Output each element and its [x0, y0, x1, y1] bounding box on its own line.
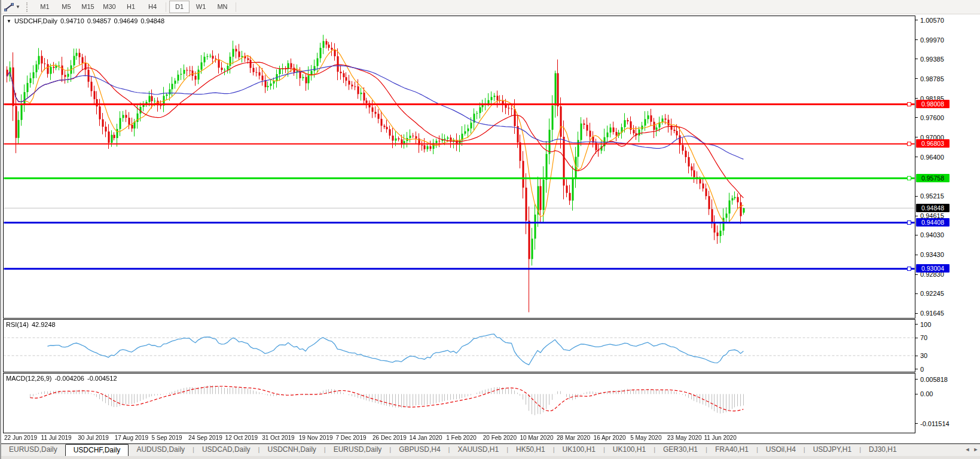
date-label: 19 Nov 2019 — [299, 434, 333, 441]
toolbar: ▼ M1M5M15M30H1H4D1W1MN — [1, 0, 980, 14]
date-label: 5 Sep 2019 — [151, 434, 182, 441]
timeframe-buttons: M1M5M15M30H1H4D1W1MN — [34, 1, 239, 13]
price-tick: 0.94030 — [915, 231, 944, 239]
timeframe-button-mn[interactable]: MN — [212, 1, 233, 13]
chart-tab-eurusd-daily[interactable]: EURUSD,Daily — [1, 444, 65, 455]
chart-tab-uk100-h1[interactable]: UK100,H1 — [605, 444, 654, 455]
chart-header: ▼ USDCHF,Daily 0.94710 0.94857 0.94649 0… — [7, 17, 164, 25]
rsi-tick: 100 — [915, 320, 931, 328]
date-label: 1 Feb 2020 — [446, 434, 477, 441]
date-label: 12 Oct 2019 — [225, 434, 258, 441]
drawing-tool-icon[interactable] — [2, 2, 16, 13]
chart-tab-audusd-daily[interactable]: AUDUSD,Daily — [129, 444, 193, 455]
rsi-label: RSI(14) 42.9248 — [6, 321, 56, 328]
date-label: 26 Dec 2019 — [373, 434, 407, 441]
date-label: 28 Mar 2020 — [557, 434, 590, 441]
tab-scroll-right-icon[interactable]: ► — [972, 444, 980, 455]
rsi-tick: 70 — [915, 334, 927, 342]
macd-main-value: -0.004206 — [54, 375, 84, 382]
date-label: 20 Feb 2020 — [483, 434, 517, 441]
price-tick: 0.93430 — [915, 251, 944, 259]
price-tick: 0.98785 — [915, 75, 944, 82]
chart-tab-usoil-h4[interactable]: USOil,H4 — [758, 444, 804, 455]
chart-tab-ger30-h1[interactable]: GER30,H1 — [655, 444, 706, 455]
price-tick: 0.95215 — [915, 192, 944, 200]
chart-symbol-label: USDCHF,Daily — [14, 17, 57, 25]
chart-tab-dj30-h1[interactable]: DJ30,H1 — [861, 444, 905, 455]
mt4-window: ▼ M1M5M15M30H1H4D1W1MN ▼ USDCHF,Daily 0.… — [0, 0, 980, 459]
price-badge: 0.94848 — [916, 204, 950, 212]
tab-scroll-left-icon[interactable]: ◄ — [963, 444, 972, 455]
date-label: 31 Oct 2019 — [262, 434, 294, 441]
macd-tick: 0.00 — [915, 390, 933, 398]
toolbar-grip — [26, 2, 29, 12]
date-label: 16 Apr 2020 — [594, 434, 626, 441]
timeframe-button-m30[interactable]: M30 — [99, 1, 120, 13]
price-tick: 0.92245 — [915, 290, 944, 298]
macd-label: MACD(12,26,9) -0.004206 -0.004512 — [6, 375, 117, 382]
date-label: 5 May 2020 — [630, 434, 661, 441]
chart-tab-fra40-h1[interactable]: FRA40,H1 — [707, 444, 756, 455]
price-tick: 0.99385 — [915, 55, 944, 63]
price-tick: 0.91645 — [915, 310, 944, 317]
chart-tab-usdjpy-h1[interactable]: USDJPY,H1 — [805, 444, 859, 455]
ohlc-high: 0.94857 — [87, 17, 111, 25]
macd-tick: -0.011514 — [915, 420, 950, 427]
time-axis[interactable]: 22 Jun 201911 Jul 201930 Jul 201917 Aug … — [3, 433, 915, 443]
date-label: 14 Jan 2020 — [410, 434, 442, 441]
toolbar-separator — [236, 2, 236, 12]
macd-signal-value: -0.004512 — [87, 375, 117, 382]
timeframe-button-d1[interactable]: D1 — [169, 1, 190, 13]
rsi-value: 42.9248 — [32, 321, 56, 328]
chart-tab-usdcad-daily[interactable]: USDCAD,Daily — [194, 444, 258, 455]
date-label: 30 Jul 2019 — [78, 434, 109, 441]
chart-tab-usdchf-daily[interactable]: USDCHF,Daily — [65, 444, 129, 457]
chart-tab-xauusd-h1[interactable]: XAUUSD,H1 — [450, 444, 506, 455]
price-badge: 0.95758 — [916, 174, 950, 182]
price-tick: 0.96400 — [915, 153, 944, 161]
toolbar-separator — [166, 2, 166, 12]
chart-collapse-caret-icon[interactable]: ▼ — [7, 19, 11, 24]
rsi-tick: 30 — [915, 352, 927, 360]
timeframe-button-h1[interactable]: H1 — [121, 1, 141, 13]
chart-tab-eurusd-daily[interactable]: EURUSD,Daily — [326, 444, 390, 455]
ohlc-close: 0.94848 — [141, 17, 164, 25]
price-badge: 0.98008 — [916, 100, 950, 108]
date-label: 11 Jun 2020 — [704, 434, 736, 441]
timeframe-button-w1[interactable]: W1 — [191, 1, 211, 13]
date-label: 24 Sep 2019 — [188, 434, 222, 441]
ohlc-open: 0.94710 — [60, 17, 84, 25]
chart-tab-uk100-h1[interactable]: UK100,H1 — [555, 444, 603, 455]
date-label: 7 Dec 2019 — [335, 434, 366, 441]
window-bottom-strip — [1, 456, 980, 459]
price-badge: 0.96803 — [916, 139, 950, 148]
chart-tab-usdcnh-daily[interactable]: USDCNH,Daily — [259, 444, 323, 455]
rsi-name: RSI(14) — [6, 321, 29, 328]
date-label: 22 Jun 2019 — [4, 434, 37, 441]
timeframe-button-m15[interactable]: M15 — [78, 1, 98, 13]
price-badge: 0.93004 — [916, 264, 950, 273]
price-tick: 0.97600 — [915, 114, 944, 121]
chart-tab-hk50-h1[interactable]: HK50,H1 — [508, 444, 553, 455]
macd-tick: 0.005818 — [915, 375, 948, 383]
price-tick: 0.99970 — [915, 36, 944, 44]
chart-tab-gbpusd-h4[interactable]: GBPUSD,H4 — [391, 444, 448, 455]
toolbar-dropdown-caret-icon[interactable]: ▼ — [16, 4, 23, 10]
timeframe-button-m5[interactable]: M5 — [56, 1, 77, 13]
price-axis[interactable]: 1.005700.999700.993850.987850.981850.976… — [915, 0, 980, 445]
macd-name: MACD(12,26,9) — [6, 375, 51, 382]
timeframe-button-m1[interactable]: M1 — [35, 1, 55, 13]
date-label: 23 May 2020 — [667, 434, 702, 441]
date-label: 10 Mar 2020 — [520, 434, 553, 441]
timeframe-button-h4[interactable]: H4 — [142, 1, 163, 13]
ohlc-low: 0.94649 — [114, 17, 138, 25]
price-chart-canvas[interactable] — [3, 15, 915, 443]
rsi-tick: 0 — [915, 365, 924, 373]
price-tick: 1.00570 — [915, 16, 944, 24]
date-label: 17 Aug 2019 — [115, 434, 148, 441]
price-badge: 0.94408 — [916, 218, 950, 227]
date-label: 11 Jul 2019 — [41, 434, 72, 441]
